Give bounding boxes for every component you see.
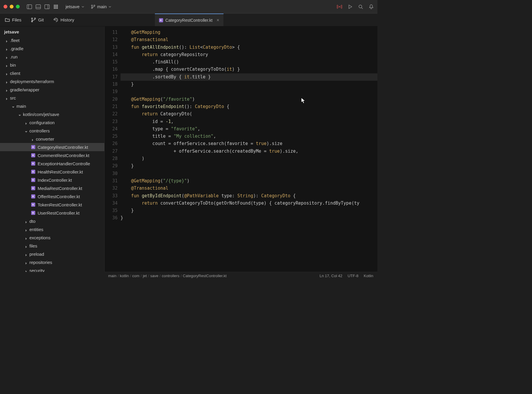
panel-tab-history[interactable]: History bbox=[48, 14, 79, 26]
broadcast-icon[interactable] bbox=[337, 4, 342, 9]
project-selector[interactable]: jetsave bbox=[66, 4, 84, 9]
code-line[interactable] bbox=[121, 88, 377, 95]
folder-.gradle[interactable]: .gradle bbox=[0, 44, 104, 53]
grid-icon[interactable] bbox=[53, 4, 58, 9]
project-sidebar[interactable]: jetsave .fleet.gradle.runbinclientdeploy… bbox=[0, 26, 105, 272]
minimize-window-button[interactable] bbox=[10, 5, 14, 9]
code-line[interactable]: fun getByIdEndpoint(@PathVariable type: … bbox=[121, 192, 377, 200]
code-line[interactable]: return categoryRepository bbox=[121, 51, 377, 58]
code-line[interactable] bbox=[121, 170, 377, 177]
folder-kotlin/com/jet/save[interactable]: kotlin/com/jet/save bbox=[0, 110, 104, 118]
code-line[interactable]: fun getAllEndpoint(): List<CategoryDto> … bbox=[121, 44, 377, 51]
chevron-right-icon[interactable] bbox=[5, 88, 8, 91]
panel-tab-git[interactable]: Git bbox=[26, 14, 48, 26]
close-tab-icon[interactable]: × bbox=[217, 18, 219, 23]
chevron-right-icon[interactable] bbox=[5, 63, 8, 66]
breadcrumb-segment[interactable]: controllers bbox=[162, 274, 179, 278]
cursor-position[interactable]: Ln 17, Col 42 bbox=[319, 274, 342, 278]
file-IndexController.kt[interactable]: KIndexController.kt bbox=[0, 176, 104, 184]
folder-entities[interactable]: entities bbox=[0, 225, 104, 233]
code-line[interactable]: + offerService.search(createdByMe = true… bbox=[121, 148, 377, 155]
file-CommentRestController.kt[interactable]: KCommentRestController.kt bbox=[0, 151, 104, 159]
breadcrumb-segment[interactable]: kotlin bbox=[120, 274, 129, 278]
close-window-button[interactable] bbox=[4, 5, 7, 9]
file-TokenRestController.kt[interactable]: KTokenRestController.kt bbox=[0, 201, 104, 209]
panel-tab-files[interactable]: Files bbox=[0, 14, 26, 26]
folder-preload[interactable]: preload bbox=[0, 250, 104, 258]
folder-src[interactable]: src bbox=[0, 94, 104, 102]
chevron-right-icon[interactable] bbox=[25, 121, 28, 124]
editor-tab-active[interactable]: K CategoryRestController.kt × bbox=[155, 14, 224, 26]
code-line[interactable]: } bbox=[121, 162, 377, 170]
code-line[interactable]: .findAll() bbox=[121, 58, 377, 66]
branch-selector[interactable]: main bbox=[91, 4, 112, 9]
code-line[interactable]: return CategoryDto( bbox=[121, 110, 377, 118]
chevron-right-icon[interactable] bbox=[5, 47, 8, 50]
chevron-down-icon[interactable] bbox=[12, 105, 15, 107]
code-line[interactable]: fun favoriteEndpoint(): CategoryDto { bbox=[121, 103, 377, 110]
chevron-down-icon[interactable] bbox=[25, 129, 28, 132]
breadcrumb-segment[interactable]: jet bbox=[143, 274, 147, 278]
file-OfferRestController.kt[interactable]: KOfferRestController.kt bbox=[0, 192, 104, 201]
breadcrumb-segment[interactable]: main bbox=[108, 274, 116, 278]
chevron-down-icon[interactable] bbox=[18, 113, 21, 116]
folder-main[interactable]: main bbox=[0, 102, 104, 110]
panel-left-icon[interactable] bbox=[27, 4, 32, 9]
folder-.fleet[interactable]: .fleet bbox=[0, 36, 104, 44]
code-line[interactable]: @Transactional bbox=[121, 36, 377, 43]
breadcrumb-segment[interactable]: save bbox=[150, 274, 158, 278]
chevron-right-icon[interactable] bbox=[25, 261, 28, 264]
chevron-right-icon[interactable] bbox=[25, 244, 28, 247]
folder-converter[interactable]: converter bbox=[0, 135, 104, 143]
run-icon[interactable] bbox=[347, 4, 353, 9]
code-line[interactable]: @GetMapping("/favorite") bbox=[121, 96, 377, 103]
code-line[interactable]: count = offerService.search(favorite = t… bbox=[121, 140, 377, 147]
file-HealthRestController.kt[interactable]: KHealthRestController.kt bbox=[0, 168, 104, 176]
chevron-right-icon[interactable] bbox=[31, 137, 34, 140]
code-line[interactable]: id = -1, bbox=[121, 118, 377, 125]
code-line[interactable]: .sortedBy { it.title } bbox=[121, 73, 377, 81]
breadcrumb-segment[interactable]: CategoryRestController.kt bbox=[183, 274, 227, 278]
panel-bottom-icon[interactable] bbox=[36, 4, 41, 9]
folder-exceptions[interactable]: exceptions bbox=[0, 233, 104, 242]
folder-.run[interactable]: .run bbox=[0, 53, 104, 61]
chevron-right-icon[interactable] bbox=[25, 236, 28, 239]
file-UserRestController.kt[interactable]: KUserRestController.kt bbox=[0, 209, 104, 217]
folder-dto[interactable]: dto bbox=[0, 217, 104, 225]
zoom-window-button[interactable] bbox=[16, 5, 20, 9]
chevron-right-icon[interactable] bbox=[5, 80, 8, 83]
code-editor[interactable]: 1112131415161718192021222324252627282930… bbox=[105, 26, 377, 272]
code-line[interactable]: } bbox=[121, 214, 377, 222]
code-line[interactable]: return convertCategoryToDto(getOrNotFoun… bbox=[121, 200, 377, 207]
folder-gradle/wrapper[interactable]: gradle/wrapper bbox=[0, 85, 104, 94]
code-line[interactable]: @GetMapping bbox=[121, 29, 377, 36]
search-icon[interactable] bbox=[358, 4, 363, 9]
chevron-right-icon[interactable] bbox=[5, 39, 8, 42]
code-line[interactable]: title = "My collection", bbox=[121, 133, 377, 140]
code-line[interactable]: ) bbox=[121, 155, 377, 162]
chevron-right-icon[interactable] bbox=[5, 55, 8, 58]
chevron-right-icon[interactable] bbox=[5, 96, 8, 99]
folder-repositories[interactable]: repositories bbox=[0, 258, 104, 266]
folder-client[interactable]: client bbox=[0, 69, 104, 77]
folder-bin[interactable]: bin bbox=[0, 61, 104, 69]
bell-icon[interactable] bbox=[369, 4, 374, 9]
code-line[interactable]: type = "favorite", bbox=[121, 125, 377, 133]
file-encoding[interactable]: UTF-8 bbox=[348, 274, 359, 278]
folder-configuration[interactable]: configuration bbox=[0, 118, 104, 127]
code-area[interactable]: @GetMapping @Transactional fun getAllEnd… bbox=[121, 26, 377, 272]
file-CategoryRestController.kt[interactable]: KCategoryRestController.kt bbox=[0, 143, 104, 151]
file-ExceptionHandlerControlle[interactable]: KExceptionHandlerControlle bbox=[0, 159, 104, 168]
chevron-right-icon[interactable] bbox=[5, 72, 8, 75]
code-line[interactable]: } bbox=[121, 81, 377, 88]
folder-deployments/terraform[interactable]: deployments/terraform bbox=[0, 77, 104, 85]
folder-security[interactable]: security bbox=[0, 266, 104, 272]
code-line[interactable]: @GetMapping("/{type}") bbox=[121, 177, 377, 185]
folder-controllers[interactable]: controllers bbox=[0, 127, 104, 135]
code-line[interactable]: } bbox=[121, 207, 377, 214]
file-language[interactable]: Kotlin bbox=[364, 274, 373, 278]
chevron-right-icon[interactable] bbox=[25, 269, 28, 272]
breadcrumb-segment[interactable]: com bbox=[132, 274, 140, 278]
code-line[interactable]: @Transactional bbox=[121, 185, 377, 192]
chevron-right-icon[interactable] bbox=[25, 252, 28, 255]
